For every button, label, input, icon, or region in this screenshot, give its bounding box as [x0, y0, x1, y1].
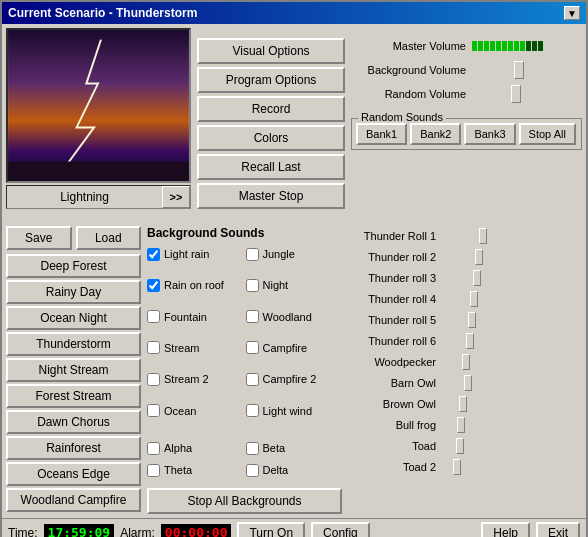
random-sounds-groupbox-title: Random Sounds	[358, 111, 446, 123]
sound-checkbox-col1-5[interactable]	[147, 404, 160, 417]
random-sound-row-11: Toad 2	[348, 457, 582, 477]
greek-label-col1-0[interactable]: Alpha	[164, 442, 192, 454]
save-button[interactable]: Save	[6, 226, 72, 250]
random-sound-slider-1[interactable]	[440, 251, 535, 263]
time-value: 17:59:09	[44, 524, 115, 537]
background-volume-label: Background Volume	[351, 64, 466, 76]
background-volume-slider[interactable]	[472, 63, 552, 77]
sound-checkbox-col1-1[interactable]	[147, 279, 160, 292]
turn-on-button[interactable]: Turn On	[237, 522, 305, 538]
bank1-button[interactable]: Bank1	[356, 123, 407, 145]
sound-checkbox-col1-2[interactable]	[147, 310, 160, 323]
recall-last-button[interactable]: Recall Last	[197, 154, 345, 180]
random-sound-slider-10[interactable]	[440, 440, 535, 452]
sound-label-col1-2[interactable]: Fountain	[164, 311, 207, 323]
config-button[interactable]: Config	[311, 522, 370, 538]
random-sounds-groupbox: Random Sounds Bank1 Bank2 Bank3 Stop All	[351, 118, 582, 150]
greek-checkbox-col2-0[interactable]	[246, 442, 259, 455]
sound-label-col1-1[interactable]: Rain on roof	[164, 279, 224, 291]
sound-checkbox-col2-4[interactable]	[246, 373, 259, 386]
scenario-button-4[interactable]: Night Stream	[6, 358, 141, 382]
random-sound-row-1: Thunder roll 2	[348, 247, 582, 267]
greek-row-col2-1: Delta	[246, 460, 343, 480]
scenario-button-0[interactable]: Deep Forest	[6, 254, 141, 278]
random-sound-label-1: Thunder roll 2	[348, 251, 436, 263]
random-sound-slider-9[interactable]	[440, 419, 535, 431]
program-options-button[interactable]: Program Options	[197, 67, 345, 93]
stop-all-backgrounds-button[interactable]: Stop All Backgrounds	[147, 488, 342, 514]
random-sound-slider-7[interactable]	[440, 377, 535, 389]
alarm-value: 00:00:00	[161, 524, 232, 537]
sound-label-col1-0[interactable]: Light rain	[164, 248, 209, 260]
sound-row-col1-2: Fountain	[147, 307, 244, 327]
random-sound-label-6: Woodpecker	[348, 356, 436, 368]
greek-label-col1-1[interactable]: Theta	[164, 464, 192, 476]
sound-checkbox-col1-3[interactable]	[147, 341, 160, 354]
sound-label-col2-5[interactable]: Light wind	[263, 405, 313, 417]
scenario-button-8[interactable]: Oceans Edge	[6, 462, 141, 486]
master-stop-button[interactable]: Master Stop	[197, 183, 345, 209]
top-section: Lightning >> Visual Options Program Opti…	[6, 28, 582, 223]
scenario-button-6[interactable]: Dawn Chorus	[6, 410, 141, 434]
exit-button[interactable]: Exit	[536, 522, 580, 538]
bank3-button[interactable]: Bank3	[464, 123, 515, 145]
sound-label-col1-5[interactable]: Ocean	[164, 405, 196, 417]
sound-checkbox-col2-2[interactable]	[246, 310, 259, 323]
sound-label-col2-0[interactable]: Jungle	[263, 248, 295, 260]
sound-label-col2-2[interactable]: Woodland	[263, 311, 312, 323]
random-sound-slider-2[interactable]	[440, 272, 535, 284]
random-volume-slider[interactable]	[472, 87, 552, 101]
stop-all-button[interactable]: Stop All	[519, 123, 576, 145]
random-sound-slider-5[interactable]	[440, 335, 535, 347]
load-button[interactable]: Load	[76, 226, 142, 250]
scenario-button-2[interactable]: Ocean Night	[6, 306, 141, 330]
greek-checkbox-col2-1[interactable]	[246, 464, 259, 477]
random-sound-slider-3[interactable]	[440, 293, 535, 305]
alarm-label: Alarm:	[120, 526, 155, 538]
background-volume-row: Background Volume	[351, 60, 582, 80]
random-sound-row-0: Thunder Roll 1	[348, 226, 582, 246]
sound-row-col1-3: Stream	[147, 338, 244, 358]
sound-checkbox-col2-3[interactable]	[246, 341, 259, 354]
sound-row-col1-1: Rain on roof	[147, 275, 244, 295]
preview-arrow-button[interactable]: >>	[162, 186, 190, 208]
random-sound-label-10: Toad	[348, 440, 436, 452]
random-sound-label-9: Bull frog	[348, 419, 436, 431]
minimize-button[interactable]: ▼	[564, 6, 580, 20]
greek-checkbox-col1-1[interactable]	[147, 464, 160, 477]
sound-checkbox-col2-5[interactable]	[246, 404, 259, 417]
scenario-button-7[interactable]: Rainforest	[6, 436, 141, 460]
scenario-button-9[interactable]: Woodland Campfire	[6, 488, 141, 512]
sound-label-col2-1[interactable]: Night	[263, 279, 289, 291]
sound-checkbox-col1-4[interactable]	[147, 373, 160, 386]
greek-label-col2-0[interactable]: Beta	[263, 442, 286, 454]
random-sound-slider-0[interactable]	[440, 230, 535, 242]
scenario-button-1[interactable]: Rainy Day	[6, 280, 141, 304]
sound-checkbox-col2-0[interactable]	[246, 248, 259, 261]
sound-row-col2-5: Light wind	[246, 401, 343, 421]
sound-label-col2-3[interactable]: Campfire	[263, 342, 308, 354]
random-sounds-list-panel: Thunder Roll 1Thunder roll 2Thunder roll…	[348, 226, 582, 514]
scenario-button-3[interactable]: Thunderstorm	[6, 332, 141, 356]
greek-grid: AlphaBetaThetaDelta	[147, 438, 342, 480]
help-button[interactable]: Help	[481, 522, 530, 538]
random-sound-label-3: Thunder roll 4	[348, 293, 436, 305]
random-sound-slider-4[interactable]	[440, 314, 535, 326]
random-sound-slider-6[interactable]	[440, 356, 535, 368]
random-sound-row-8: Brown Owl	[348, 394, 582, 414]
greek-label-col2-1[interactable]: Delta	[263, 464, 289, 476]
sound-label-col2-4[interactable]: Campfire 2	[263, 373, 317, 385]
greek-checkbox-col1-0[interactable]	[147, 442, 160, 455]
random-sound-slider-8[interactable]	[440, 398, 535, 410]
sound-checkbox-col1-0[interactable]	[147, 248, 160, 261]
sound-label-col1-3[interactable]: Stream	[164, 342, 199, 354]
bank2-button[interactable]: Bank2	[410, 123, 461, 145]
colors-button[interactable]: Colors	[197, 125, 345, 151]
sounds-grid: Light rainJungleRain on roofNightFountai…	[147, 244, 342, 430]
record-button[interactable]: Record	[197, 96, 345, 122]
sound-label-col1-4[interactable]: Stream 2	[164, 373, 209, 385]
visual-options-button[interactable]: Visual Options	[197, 38, 345, 64]
scenario-button-5[interactable]: Forest Stream	[6, 384, 141, 408]
random-sound-slider-11[interactable]	[440, 461, 535, 473]
sound-checkbox-col2-1[interactable]	[246, 279, 259, 292]
